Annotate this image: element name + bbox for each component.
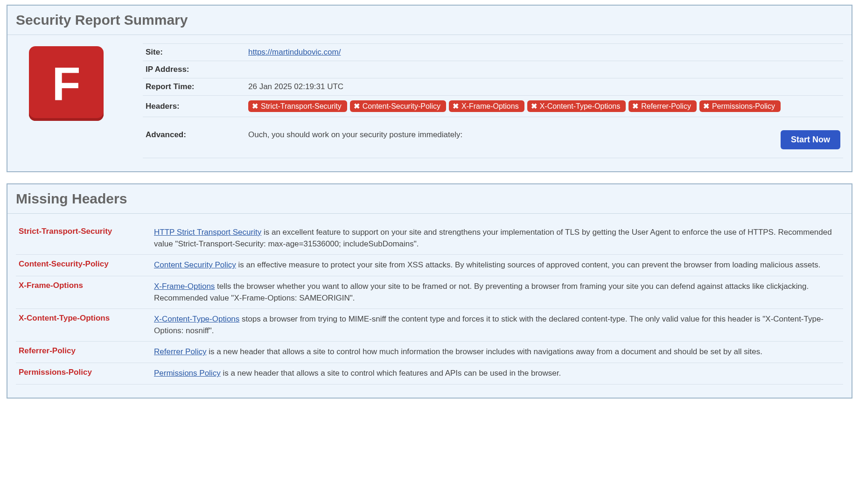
missing-header-row: X-Frame-OptionsX-Frame-Options tells the… (16, 276, 843, 308)
grade-letter: F (52, 57, 80, 111)
value-time: 26 Jan 2025 02:19:31 UTC (245, 78, 843, 96)
row-ip: IP Address: (143, 61, 843, 78)
label-ip: IP Address: (143, 61, 245, 78)
header-badge-label: X-Content-Type-Options (540, 102, 621, 111)
missing-header-rest: is an effective measure to protect your … (236, 260, 821, 269)
header-badge-label: Content-Security-Policy (363, 102, 440, 111)
summary-info-table: Site: https://martindubovic.com/ IP Addr… (143, 43, 843, 158)
header-badge[interactable]: ✖X-Frame-Options (449, 100, 524, 112)
summary-panel: Security Report Summary F Site: https://… (7, 5, 852, 172)
header-badge-label: Permissions-Policy (712, 102, 775, 111)
x-icon: ✖ (531, 102, 537, 111)
missing-header-desc: Referrer Policy is a new header that all… (151, 342, 843, 363)
summary-header: Security Report Summary (7, 6, 852, 35)
label-headers: Headers: (143, 96, 245, 117)
row-advanced: Advanced: Ouch, you should work on your … (143, 117, 843, 158)
missing-header-name: X-Content-Type-Options (16, 309, 151, 342)
missing-header-rest: stops a browser from trying to MIME-snif… (154, 315, 824, 335)
header-badge[interactable]: ✖Content-Security-Policy (350, 100, 446, 112)
missing-header-row: X-Content-Type-OptionsX-Content-Type-Opt… (16, 309, 843, 342)
header-badge[interactable]: ✖Permissions-Policy (699, 100, 781, 112)
missing-header-name: Permissions-Policy (16, 363, 151, 385)
missing-header-desc: X-Content-Type-Options stops a browser f… (151, 309, 843, 342)
missing-header-rest: tells the browser whether you want to al… (154, 282, 809, 302)
missing-header-desc: Permissions Policy is a new header that … (151, 363, 843, 385)
x-icon: ✖ (252, 102, 258, 111)
missing-header-row: Referrer-PolicyReferrer Policy is a new … (16, 342, 843, 363)
header-badge-label: Referrer-Policy (641, 102, 691, 111)
missing-header-desc: Content Security Policy is an effective … (151, 255, 843, 276)
missing-header-desc: X-Frame-Options tells the browser whethe… (151, 276, 843, 308)
header-badge-label: X-Frame-Options (461, 102, 519, 111)
missing-header-row: Permissions-PolicyPermissions Policy is … (16, 363, 843, 385)
missing-header-rest: is a new header that allows a site to co… (206, 347, 762, 356)
missing-header-row: Content-Security-PolicyContent Security … (16, 255, 843, 276)
start-now-button[interactable]: Start Now (781, 130, 840, 149)
missing-header-link[interactable]: Referrer Policy (154, 347, 206, 356)
row-headers: Headers: ✖Strict-Transport-Security✖Cont… (143, 96, 843, 117)
missing-headers-panel: Missing Headers Strict-Transport-Securit… (7, 183, 852, 399)
missing-header-row: Strict-Transport-SecurityHTTP Strict Tra… (16, 222, 843, 255)
label-advanced: Advanced: (143, 117, 245, 158)
header-badge[interactable]: ✖X-Content-Type-Options (527, 100, 626, 112)
missing-header-name: X-Frame-Options (16, 276, 151, 308)
header-badge[interactable]: ✖Referrer-Policy (629, 100, 697, 112)
value-ip (245, 61, 843, 78)
x-icon: ✖ (703, 102, 709, 111)
missing-header-link[interactable]: HTTP Strict Transport Security (154, 228, 261, 237)
row-time: Report Time: 26 Jan 2025 02:19:31 UTC (143, 78, 843, 96)
missing-header-rest: is a new header that allows a site to co… (221, 369, 561, 378)
missing-header-desc: HTTP Strict Transport Security is an exc… (151, 222, 843, 255)
missing-header-link[interactable]: Content Security Policy (154, 260, 236, 269)
header-badge-label: Strict-Transport-Security (261, 102, 342, 111)
summary-title: Security Report Summary (16, 12, 843, 28)
header-badge[interactable]: ✖Strict-Transport-Security (248, 100, 347, 112)
grade-badge: F (29, 46, 104, 121)
missing-header-link[interactable]: X-Content-Type-Options (154, 315, 239, 323)
missing-header-link[interactable]: X-Frame-Options (154, 282, 215, 291)
advanced-text: Ouch, you should work on your security p… (248, 130, 462, 139)
missing-header-name: Strict-Transport-Security (16, 222, 151, 255)
site-link[interactable]: https://martindubovic.com/ (248, 48, 341, 56)
missing-header: Missing Headers (7, 184, 852, 214)
row-site: Site: https://martindubovic.com/ (143, 44, 843, 61)
missing-header-name: Referrer-Policy (16, 342, 151, 363)
label-time: Report Time: (143, 78, 245, 96)
x-icon: ✖ (354, 102, 360, 111)
label-site: Site: (143, 44, 245, 61)
missing-title: Missing Headers (16, 191, 843, 207)
x-icon: ✖ (453, 102, 459, 111)
header-badges: ✖Strict-Transport-Security✖Content-Secur… (248, 99, 840, 113)
x-icon: ✖ (632, 102, 638, 111)
missing-header-name: Content-Security-Policy (16, 255, 151, 276)
missing-header-link[interactable]: Permissions Policy (154, 369, 221, 378)
missing-headers-table: Strict-Transport-SecurityHTTP Strict Tra… (16, 222, 843, 385)
